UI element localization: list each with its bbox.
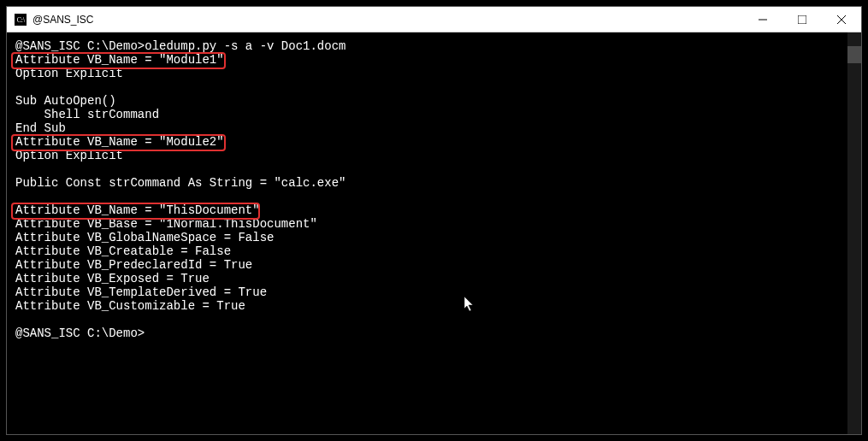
terminal-line: Attribute VB_Name = "Module2" [15, 135, 853, 149]
terminal-line [15, 162, 853, 176]
svg-text:C:\: C:\ [17, 15, 26, 23]
terminal-line: Option Explicit [15, 149, 853, 162]
titlebar[interactable]: C:\ @SANS_ISC [7, 7, 861, 32]
terminal-line: @SANS_ISC C:\Demo> [15, 326, 853, 340]
terminal-line: Attribute VB_Exposed = True [15, 272, 853, 285]
window-frame: C:\ @SANS_ISC @SANS_ISC C:\Demo>oledump.… [6, 6, 862, 435]
window-controls [743, 7, 861, 32]
terminal-line: Attribute VB_GlobalNameSpace = False [15, 231, 853, 244]
terminal-line: Attribute VB_Creatable = False [15, 244, 853, 258]
maximize-button[interactable] [782, 7, 822, 32]
terminal-line: Attribute VB_Name = "Module1" [15, 53, 853, 67]
scroll-thumb[interactable] [847, 46, 861, 63]
terminal-line: Attribute VB_TemplateDerived = True [15, 285, 853, 299]
svg-rect-3 [798, 15, 806, 24]
terminal-line: Attribute VB_PredeclaredId = True [15, 258, 853, 272]
scrollbar[interactable] [847, 32, 861, 434]
terminal-line [15, 80, 853, 94]
terminal-line: End Sub [15, 121, 853, 135]
window-title: @SANS_ISC [32, 14, 743, 26]
terminal-line: @SANS_ISC C:\Demo>oledump.py -s a -v Doc… [15, 39, 853, 53]
terminal-line: Attribute VB_Customizable = True [15, 299, 853, 313]
minimize-button[interactable] [743, 7, 782, 32]
terminal-output[interactable]: @SANS_ISC C:\Demo>oledump.py -s a -v Doc… [7, 32, 861, 434]
close-button[interactable] [822, 7, 861, 32]
terminal-line: Option Explicit [15, 67, 853, 80]
terminal-line: Attribute VB_Base = "1Normal.ThisDocumen… [15, 217, 853, 231]
terminal-line: Shell strCommand [15, 108, 853, 121]
terminal-line: Attribute VB_Name = "ThisDocument" [15, 203, 853, 217]
terminal-line [15, 313, 853, 326]
terminal-line [15, 190, 853, 203]
cmd-icon: C:\ [14, 13, 27, 26]
terminal-line: Public Const strCommand As String = "cal… [15, 176, 853, 190]
terminal-line: Sub AutoOpen() [15, 94, 853, 108]
